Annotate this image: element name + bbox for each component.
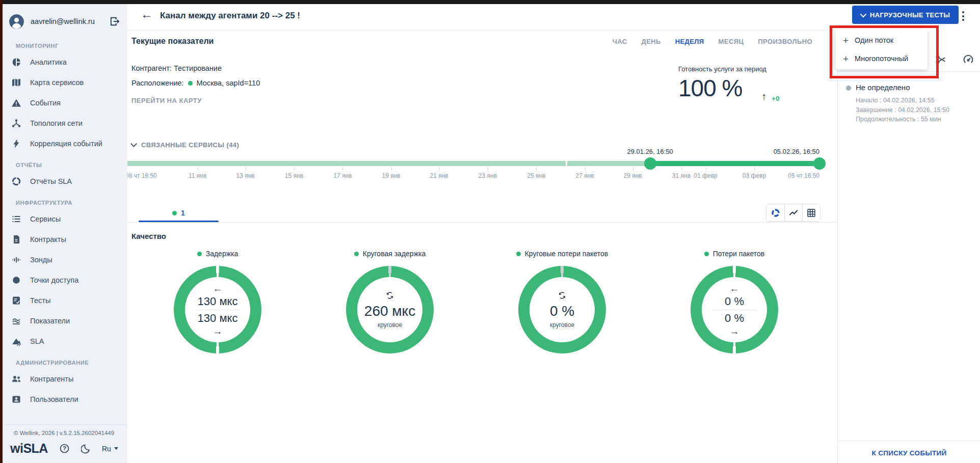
- language-label: Ru: [102, 445, 111, 453]
- user-row: aavrelin@wellink.ru: [0, 4, 127, 35]
- tab-day[interactable]: ДЕНЬ: [641, 38, 660, 45]
- sidebar-item-counterparties[interactable]: Контрагенты: [0, 369, 127, 389]
- gauge-icon[interactable]: [962, 53, 974, 66]
- quality-donut-row: Задержка ← 130 мкс 130 мкс → Круговая за…: [131, 249, 820, 353]
- back-arrow-icon[interactable]: ←: [141, 8, 153, 20]
- table-view-button[interactable]: [802, 204, 820, 221]
- donut-inner: ← 130 мкс 130 мкс →: [185, 277, 250, 342]
- sidebar-item-events[interactable]: События: [0, 93, 127, 113]
- events-list-link[interactable]: К СПИСКУ СОБЫТИЙ: [838, 449, 980, 457]
- language-selector[interactable]: Ru: [102, 445, 118, 453]
- sidebar-item-label: Показатели: [30, 317, 70, 325]
- event-status-dot: [846, 86, 851, 91]
- sidebar-item-probes[interactable]: Зонды: [0, 250, 127, 270]
- location-label: Расположение:: [131, 79, 184, 87]
- tab-custom[interactable]: ПРОИЗВОЛЬНО: [758, 38, 812, 45]
- sync-arrows-icon: [558, 291, 567, 302]
- event-duration: Продолжительность : 55 мин: [856, 115, 949, 124]
- sidebar-item-sla[interactable]: SLA: [0, 331, 127, 351]
- load-tests-button-label: НАГРУЗОЧНЫЕ ТЕСТЫ: [870, 11, 950, 19]
- donut-label: Задержка: [197, 249, 239, 259]
- sidebar-item-label: Пользователи: [30, 395, 78, 403]
- events-panel: Не определено Начало : 04.02.2026, 14:55…: [837, 30, 980, 463]
- sidebar-item-label: Карта сервисов: [30, 78, 84, 87]
- help-icon[interactable]: ?: [59, 443, 70, 454]
- sidebar-item-services[interactable]: Сервисы: [0, 209, 127, 229]
- timeline-tick-label: 31 янв: [672, 172, 691, 179]
- donut-value-forward: 130 мкс: [198, 295, 238, 308]
- timeline-handle-end[interactable]: [813, 157, 826, 170]
- donut-label: Круговая задержка: [354, 249, 426, 259]
- sidebar-footer-divider: [0, 424, 127, 425]
- plus-icon: +: [843, 54, 849, 64]
- donut-label-text: Задержка: [206, 250, 239, 258]
- go-to-map-link[interactable]: ПЕРЕЙТИ НА КАРТУ: [131, 97, 202, 104]
- sidebar-item-label: Топология сети: [30, 119, 83, 127]
- view-switcher: [766, 204, 820, 222]
- tick-mark: [294, 167, 295, 170]
- availability-value: 100 %: [678, 74, 742, 102]
- timeline-tick-label: 13 янв: [236, 172, 255, 179]
- screen-left-edge: [0, 0, 3, 463]
- sidebar-item-sla-reports[interactable]: Отчёты SLA: [0, 171, 127, 192]
- donut-value-divider: [196, 310, 240, 310]
- users-icon: [11, 394, 21, 404]
- donut-value-forward: 0 %: [725, 295, 744, 308]
- selection-start-label: 29.01.26, 16:50: [627, 148, 673, 155]
- quality-tab-1[interactable]: 1: [139, 204, 219, 222]
- menu-item-single-thread[interactable]: + Один поток: [836, 31, 928, 49]
- tick-mark: [391, 167, 392, 170]
- quality-donut-round-trip-loss: Круговые потери пакетов 0 % круговое: [476, 249, 648, 353]
- sidebar-item-analytics[interactable]: Аналитика: [0, 52, 127, 72]
- donut-view-button[interactable]: [766, 204, 784, 221]
- sidebar-item-access-points[interactable]: Точки доступа: [0, 270, 127, 290]
- sidebar-item-contracts[interactable]: Контракты: [0, 229, 127, 250]
- line-chart-view-button[interactable]: [784, 204, 802, 221]
- tab-month[interactable]: МЕСЯЦ: [719, 38, 744, 45]
- location-row: Расположение: Москва, sapId=110: [131, 79, 260, 87]
- period-tabs: ЧАС ДЕНЬ НЕДЕЛЯ МЕСЯЦ ПРОИЗВОЛЬНО: [601, 38, 812, 45]
- right-arrow-icon: →: [730, 326, 739, 336]
- section-label-infrastructure: ИНФРАСТРУКТУРА: [16, 200, 127, 206]
- section-label-administration: АДМИНИСТРИРОВАНИЕ: [16, 360, 127, 366]
- sidebar-item-indicators[interactable]: Показатели: [0, 311, 127, 331]
- sidebar-item-label: Сервисы: [30, 215, 61, 223]
- scissors-icon[interactable]: [935, 53, 947, 66]
- donut-label: Потери пакетов: [704, 249, 765, 259]
- status-dot-green: [516, 252, 521, 256]
- tick-mark: [754, 167, 755, 170]
- tab-row-divider: [127, 222, 837, 223]
- sidebar-item-correlation[interactable]: Корреляция событий: [0, 133, 127, 154]
- sidebar-item-tests[interactable]: Тесты: [0, 290, 127, 311]
- timeline-tick-label: 08 чт 16:50: [125, 172, 157, 179]
- timeline-handle-start[interactable]: [644, 157, 656, 170]
- kebab-menu-icon[interactable]: [960, 9, 966, 23]
- events-icon: [11, 98, 21, 108]
- round-trip-loss-donut-chart: 0 % круговое: [518, 266, 606, 353]
- section-label-monitoring: МОНИТОРИНГ: [16, 43, 127, 49]
- donut-value-divider: [712, 310, 756, 310]
- event-meta: Начало : 04.02.2026, 14:55 Завершение : …: [856, 96, 949, 124]
- sidebar: aavrelin@wellink.ru МОНИТОРИНГ Аналитика…: [0, 4, 127, 463]
- donut-value-backward: 130 мкс: [198, 312, 238, 325]
- sidebar-item-label: Корреляция событий: [30, 140, 102, 148]
- load-tests-dropdown: + Один поток + Многопоточный: [836, 30, 928, 69]
- donut-inner: 260 мкс круговое: [357, 277, 422, 342]
- dark-mode-moon-icon[interactable]: [81, 443, 92, 454]
- sidebar-item-topology[interactable]: Топология сети: [0, 113, 127, 133]
- sidebar-item-service-map[interactable]: Карта сервисов: [0, 72, 127, 93]
- load-tests-button[interactable]: НАГРУЗОЧНЫЕ ТЕСТЫ: [852, 6, 959, 24]
- tab-week[interactable]: НЕДЕЛЯ: [675, 38, 704, 45]
- tab-hour[interactable]: ЧАС: [613, 38, 627, 45]
- menu-item-multi-thread[interactable]: + Многопоточный: [836, 49, 928, 68]
- tick-mark: [633, 167, 633, 170]
- tick-mark: [706, 167, 706, 170]
- logout-icon[interactable]: [109, 16, 120, 27]
- round-trip-delay-donut-chart: 260 мкс круговое: [346, 266, 434, 353]
- timeline-tick-label: 03 февр: [743, 172, 766, 179]
- sidebar-item-users[interactable]: Пользователи: [0, 389, 127, 410]
- timeline-track[interactable]: [125, 161, 819, 166]
- event-correlation-icon: [11, 139, 21, 149]
- user-email: aavrelin@wellink.ru: [31, 17, 109, 25]
- timeline-tick-label: 15 янв: [285, 172, 303, 179]
